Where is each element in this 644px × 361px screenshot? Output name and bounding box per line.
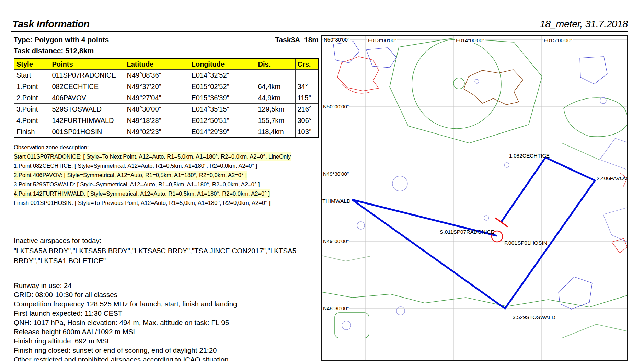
col-points: Points (50, 59, 125, 70)
col-crs: Crs. (295, 59, 318, 70)
obs-line-4: 4.Point 142FURTHIMWALD: [ Style=Symmetri… (14, 189, 270, 198)
table-header-row: Style Points Latitude Longitude Dis. Crs… (14, 59, 318, 70)
col-latitude: Latitude (125, 59, 189, 70)
start-line (495, 218, 508, 227)
map-label-furthimwald: THIMWALD (322, 198, 350, 204)
observation-zone-block: Observation zone description: Start 011S… (14, 143, 321, 208)
col-longitude: Longitude (189, 59, 256, 70)
briefing-runway: Runway in use: 24 (14, 281, 330, 290)
table-row: 2.Point406PAVOVN49°27'04"E015°36'39"44,9… (14, 92, 318, 104)
inactive-line-2: BRDY","LKTSA1 BOLETICE" (14, 256, 323, 266)
class-and-date: 18_meter, 31.7.2018 (540, 19, 628, 30)
airspace-brown-shape (464, 70, 523, 105)
obs-line-1: 1.Point 082CECHTICE: [ Style=Symmetrical… (14, 163, 257, 169)
map-label-radonice: S.011SP07RADONICE (440, 229, 494, 235)
briefing-frequency: Competition frequency 128.525 MHz for la… (14, 299, 330, 308)
airfield-circles (342, 79, 606, 330)
grid-label-n4830: N48°30'00" (322, 305, 349, 311)
grid-label-n5000: N50°00'00" (322, 104, 349, 109)
section-divider (14, 270, 321, 270)
table-row: Start011SP07RADONICEN49°08'36"E014°32'52… (14, 70, 318, 81)
grid-label-e014: E014°00'00" (455, 37, 485, 43)
briefing-qnh: QNH: 1017 hPa, Hosin elevation: 494 m, M… (14, 318, 330, 327)
task-type: Type: Polygon with 4 points (14, 36, 109, 44)
airspace-red-shapes (337, 57, 627, 253)
map-label-cechtice: 1.082CECHTICE (509, 153, 550, 159)
briefing-grid: GRID: 08:00-10:30 for all classes (14, 290, 330, 299)
airspace-green-shapes (322, 38, 627, 338)
briefing-other-airspaces: Other restricted and prohibited airspace… (14, 355, 330, 361)
table-row: Finish001SP01HOSINN49°02'23"E014°29'39"1… (14, 126, 318, 138)
grid-label-n4930: N49°30'00" (322, 171, 349, 177)
col-dis: Dis. (256, 59, 295, 70)
map-label-hosin: F.001SP01HOSIN (504, 240, 547, 246)
map-label-stoswald: 3.529STOSWALD (513, 314, 555, 321)
table-row: 3.Point529STOSWALDN48°30'00"E014°35'15"1… (14, 104, 318, 115)
observation-heading: Observation zone description: (14, 143, 321, 152)
task-map: N50°30'00" E013°00'00" E014°00'00" E015°… (321, 35, 628, 361)
briefing-first-launch: First launch expected: 11:30 CEST (14, 308, 330, 318)
table-row: 4.Point142FURTHIMWALDN49°18'28"E012°50'5… (14, 115, 318, 126)
table-row: 1.Point082CECHTICEN49°37'20"E015°02'52"6… (14, 81, 318, 92)
map-canvas (322, 36, 627, 360)
title-divider (11, 31, 628, 32)
inactive-line-1: "LKTSA5A BRDY","LKTSA5B BRDY","LKTSA5C B… (14, 246, 323, 256)
inactive-airspaces-block: Inactive airspaces for today: "LKTSA5A B… (14, 235, 323, 266)
task-distance: Task distance: 512,8km (14, 47, 94, 55)
obs-line-3: 3.Point 529STOSWALD: [ Style=Symmetrical… (14, 181, 260, 187)
task-name: Task3A_18m (275, 36, 319, 44)
map-label-pavov: 2.406PAVOV (597, 175, 628, 182)
graticule (322, 36, 627, 360)
obs-line-2: 2.Point 406PAVOV: [ Style=Symmetrical, A… (14, 171, 247, 180)
briefing-release-height: Release height 600m AAL/1092 m MSL (14, 327, 330, 336)
briefing-block: Runway in use: 24 GRID: 08:00-10:30 for … (14, 281, 330, 361)
grid-label-e015: E015°00'00" (543, 37, 573, 43)
grid-label-n4900: N49°00'00" (322, 238, 349, 244)
grid-label-n5030: N50°30'00" (323, 37, 350, 43)
page-title: Task Information (12, 19, 90, 30)
inactive-heading: Inactive airspaces for today: (14, 235, 323, 246)
briefing-finish-altitude: Finish ring altitude: 692 m MSL (14, 336, 330, 346)
task-summary-row: Type: Polygon with 4 points Task3A_18m (14, 36, 319, 44)
obs-line-start: Start 011SP07RADONICE: [ Style=To Next P… (14, 152, 291, 161)
grid-label-e013: E013°00'00" (367, 37, 397, 43)
briefing-finish-closed: Finish ring closed: sunset or end of sco… (14, 346, 330, 355)
obs-line-finish: Finish 001SP01HOSIN: [ Style=To Previous… (14, 200, 271, 206)
turnpoint-table: Style Points Latitude Longitude Dis. Crs… (14, 58, 319, 138)
col-style: Style (14, 59, 50, 70)
